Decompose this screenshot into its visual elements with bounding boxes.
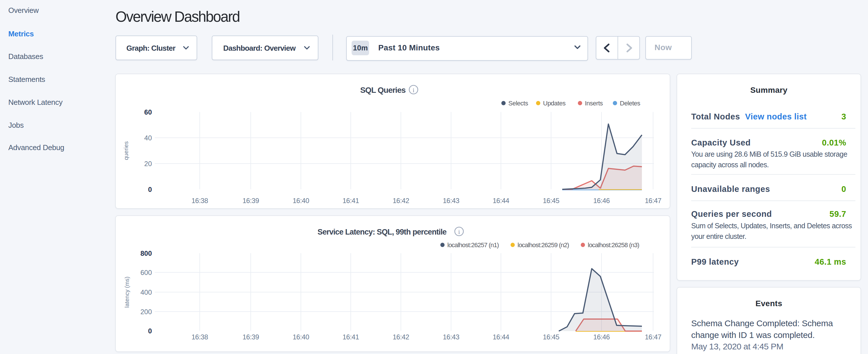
svg-text:400: 400: [141, 288, 152, 296]
svg-text:60: 60: [144, 108, 152, 116]
svg-text:16:39: 16:39: [242, 333, 259, 341]
svg-text:16:40: 16:40: [292, 197, 309, 204]
svg-text:16:44: 16:44: [493, 333, 509, 341]
svg-text:16:47: 16:47: [645, 197, 661, 204]
svg-text:localhost:26257 (n1): localhost:26257 (n1): [447, 242, 499, 249]
svg-text:16:40: 16:40: [292, 333, 309, 341]
svg-text:Deletes: Deletes: [620, 100, 641, 107]
svg-text:Inserts: Inserts: [585, 100, 603, 107]
svg-text:SQL Queries: SQL Queries: [360, 86, 406, 95]
svg-text:16:45: 16:45: [543, 197, 559, 204]
svg-text:40: 40: [144, 134, 152, 142]
svg-text:latency (ms): latency (ms): [124, 277, 130, 308]
svg-text:16:46: 16:46: [593, 197, 610, 204]
svg-text:Updates: Updates: [543, 100, 566, 107]
svg-text:16:47: 16:47: [645, 333, 661, 341]
svg-text:0: 0: [148, 186, 152, 193]
svg-text:16:43: 16:43: [443, 197, 459, 204]
svg-text:16:41: 16:41: [342, 197, 359, 204]
svg-text:16:44: 16:44: [493, 197, 509, 204]
svg-text:16:38: 16:38: [191, 197, 208, 204]
svg-text:Service Latency: SQL, 99th per: Service Latency: SQL, 99th percentile: [317, 228, 447, 236]
svg-text:20: 20: [144, 160, 152, 167]
svg-text:0: 0: [148, 327, 152, 335]
svg-text:16:39: 16:39: [242, 197, 259, 204]
svg-text:16:41: 16:41: [342, 333, 359, 341]
svg-text:16:42: 16:42: [393, 333, 409, 341]
svg-text:i: i: [458, 228, 460, 235]
svg-text:Selects: Selects: [508, 100, 528, 107]
svg-text:localhost:26258 (n3): localhost:26258 (n3): [588, 242, 639, 249]
svg-text:16:42: 16:42: [393, 197, 409, 204]
svg-text:16:43: 16:43: [443, 333, 459, 341]
svg-text:localhost:26259 (n2): localhost:26259 (n2): [518, 242, 569, 249]
svg-text:16:38: 16:38: [191, 333, 208, 341]
svg-text:600: 600: [141, 269, 152, 277]
svg-text:800: 800: [141, 250, 152, 257]
svg-text:16:46: 16:46: [593, 333, 610, 341]
svg-text:200: 200: [141, 308, 152, 316]
svg-text:16:45: 16:45: [543, 333, 559, 341]
svg-text:queries: queries: [123, 141, 129, 160]
svg-text:i: i: [413, 87, 414, 94]
